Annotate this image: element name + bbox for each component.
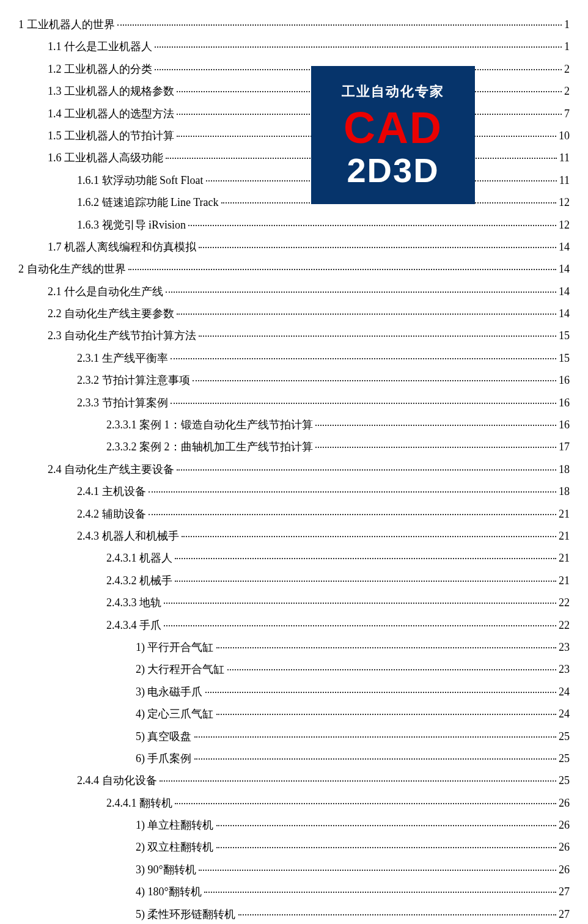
toc-leader-dots — [216, 647, 557, 648]
toc-label: 1.3 工业机器人的规格参数 — [48, 81, 174, 101]
toc-page-number: 17 — [559, 437, 570, 457]
toc-label: 1.4 工业机器人的选型方法 — [48, 104, 174, 123]
toc-entry[interactable]: 2.3 自动化生产线节拍计算方法15 — [18, 326, 570, 345]
toc-entry[interactable]: 2.4.4.1 翻转机26 — [18, 793, 570, 813]
toc-entry[interactable]: 2.4.4 自动化设备25 — [18, 771, 570, 790]
toc-leader-dots — [166, 292, 556, 293]
toc-label: 1.5 工业机器人的节拍计算 — [48, 126, 174, 145]
toc-leader-dots — [164, 625, 556, 626]
toc-leader-dots — [204, 892, 556, 893]
toc-page-number: 22 — [559, 593, 570, 612]
toc-entry[interactable]: 2) 大行程开合气缸 23 — [18, 659, 570, 679]
toc-page-number: 2 — [564, 59, 570, 79]
toc-label: 2.4.3.1 机器人 — [106, 548, 172, 568]
toc-entry[interactable]: 2.1 什么是自动化生产线14 — [18, 282, 570, 301]
toc-entry[interactable]: 2.3.1 生产线平衡率15 — [18, 348, 570, 368]
toc-entry[interactable]: 1 工业机器人的世界1 — [18, 15, 570, 34]
toc-entry[interactable]: 2.2 自动化生产线主要参数14 — [18, 304, 570, 323]
toc-entry[interactable]: 4) 定心三爪气缸 24 — [18, 704, 570, 724]
toc-page-number: 15 — [559, 348, 570, 368]
toc-entry[interactable]: 3) 90°翻转机 26 — [18, 860, 570, 879]
toc-entry[interactable]: 1.6.3 视觉引导 iRvision 12 — [18, 215, 570, 235]
toc-entry[interactable]: 1.6.1 软浮动功能 Soft Float11 — [18, 170, 570, 190]
toc-entry[interactable]: 2.4 自动化生产线主要设备18 — [18, 460, 570, 479]
toc-page-number: 16 — [559, 393, 570, 413]
toc-page-number: 7 — [564, 104, 570, 123]
toc-entry[interactable]: 1.5 工业机器人的节拍计算10 — [18, 126, 570, 145]
toc-page-number: 18 — [559, 460, 570, 479]
toc-entry[interactable]: 2.4.3.1 机器人21 — [18, 548, 570, 568]
toc-entry[interactable]: 1.3 工业机器人的规格参数2 — [18, 81, 570, 101]
toc-page-number: 10 — [559, 126, 570, 145]
toc-page-number: 26 — [559, 837, 570, 857]
toc-leader-dots — [128, 269, 557, 270]
toc-entry[interactable]: 1.1 什么是工业机器人1 — [18, 37, 570, 56]
toc-entry[interactable]: 2) 双立柱翻转机 26 — [18, 837, 570, 857]
toc-entry[interactable]: 3) 电永磁手爪 24 — [18, 682, 570, 702]
toc-entry[interactable]: 2.4.3.4 手爪22 — [18, 615, 570, 635]
toc-entry[interactable]: 1.6.2 链速追踪功能 Line Track 12 — [18, 193, 570, 212]
toc-leader-dots — [194, 736, 557, 738]
toc-entry[interactable]: 1.6 工业机器人高级功能11 — [18, 148, 570, 167]
toc-leader-dots — [182, 536, 557, 537]
toc-page-number: 25 — [559, 727, 570, 746]
toc-entry[interactable]: 5) 柔性环形链翻转机 27 — [18, 904, 570, 924]
toc-entry[interactable]: 2.3.2 节拍计算注意事项16 — [18, 370, 570, 390]
toc-leader-dots — [199, 247, 556, 248]
toc-page-number: 14 — [559, 259, 570, 279]
toc-entry[interactable]: 2.4.3 机器人和机械手21 — [18, 526, 570, 546]
toc-entry[interactable]: 6) 手爪案例 25 — [18, 749, 570, 768]
toc-entry[interactable]: 2.4.3.3 地轨22 — [18, 593, 570, 612]
toc-label: 1 工业机器人的世界 — [18, 15, 115, 34]
toc-leader-dots — [199, 870, 556, 871]
toc-entry[interactable]: 4) 180°翻转机 27 — [18, 882, 570, 901]
toc-label: 2.3.3.2 案例 2：曲轴机加工生产线节拍计算 — [106, 437, 313, 457]
toc-page-number: 14 — [559, 282, 570, 301]
watermark-line2: CAD — [344, 106, 443, 150]
toc-entry[interactable]: 2.3.3.1 案例 1：锻造自动化生产线节拍计算16 — [18, 415, 570, 435]
toc-label: 1) 单立柱翻转机 — [136, 815, 214, 835]
watermark-line1: 工业自动化专家 — [342, 82, 444, 101]
toc-label: 2.4.3 机器人和机械手 — [77, 526, 179, 546]
toc-entry[interactable]: 1) 平行开合气缸 23 — [18, 637, 570, 657]
toc-page-number: 1 — [564, 37, 570, 56]
toc-leader-dots — [160, 780, 557, 782]
toc-entry[interactable]: 2.3.3 节拍计算案例16 — [18, 393, 570, 413]
toc-leader-dots — [188, 225, 556, 226]
toc-page-number: 24 — [559, 682, 570, 702]
toc-entry[interactable]: 2.4.2 辅助设备21 — [18, 504, 570, 524]
toc-page-number: 14 — [559, 237, 570, 257]
toc-entry[interactable]: 2.3.3.2 案例 2：曲轴机加工生产线节拍计算17 — [18, 437, 570, 457]
toc-leader-dots — [175, 581, 556, 582]
table-of-contents: 1 工业机器人的世界11.1 什么是工业机器人11.2 工业机器人的分类21.3… — [18, 15, 570, 924]
toc-entry[interactable]: 1.4 工业机器人的选型方法7 — [18, 104, 570, 123]
toc-label: 2) 双立柱翻转机 — [136, 837, 214, 857]
toc-entry[interactable]: 1.2 工业机器人的分类2 — [18, 59, 570, 79]
toc-leader-dots — [149, 514, 557, 515]
toc-leader-dots — [238, 914, 557, 915]
toc-label: 2) 大行程开合气缸 — [136, 659, 225, 679]
toc-label: 3) 电永磁手爪 — [136, 682, 203, 702]
watermark-line3: 2D3D — [347, 153, 439, 188]
toc-label: 2.4.3.3 地轨 — [106, 593, 161, 612]
toc-leader-dots — [216, 847, 557, 848]
toc-entry[interactable]: 1.7 机器人离线编程和仿真模拟14 — [18, 237, 570, 257]
toc-leader-dots — [205, 692, 557, 693]
toc-leader-dots — [155, 46, 562, 48]
toc-page-number: 12 — [559, 193, 570, 212]
toc-entry[interactable]: 2.4.1 主机设备18 — [18, 482, 570, 501]
toc-label: 2.3 自动化生产线节拍计算方法 — [48, 326, 196, 345]
toc-label: 1.6.3 视觉引导 iRvision — [77, 215, 186, 235]
toc-label: 2.2 自动化生产线主要参数 — [48, 304, 174, 323]
toc-entry[interactable]: 5) 真空吸盘 25 — [18, 727, 570, 746]
toc-page-number: 21 — [559, 526, 570, 546]
toc-label: 2.4.1 主机设备 — [77, 482, 146, 501]
toc-page-number: 27 — [559, 882, 570, 901]
toc-label: 4) 180°翻转机 — [136, 882, 202, 901]
toc-entry[interactable]: 2.4.3.2 机械手21 — [18, 571, 570, 590]
toc-page-number: 2 — [564, 81, 570, 101]
toc-entry[interactable]: 2 自动化生产线的世界14 — [18, 259, 570, 279]
toc-entry[interactable]: 1) 单立柱翻转机 26 — [18, 815, 570, 835]
toc-label: 1.2 工业机器人的分类 — [48, 59, 152, 79]
toc-page-number: 22 — [559, 615, 570, 635]
